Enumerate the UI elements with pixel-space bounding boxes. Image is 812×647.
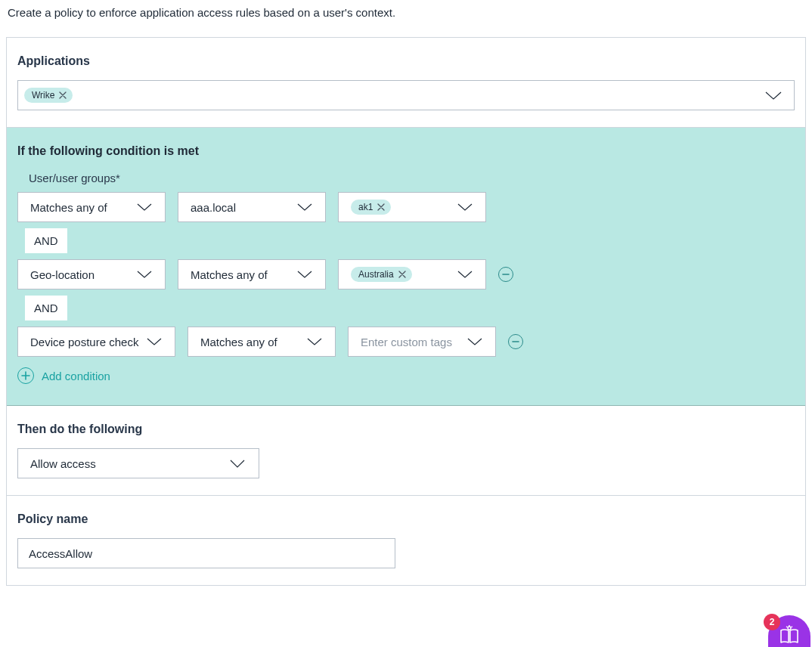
condition-operator-value: Matches any of xyxy=(200,336,277,348)
application-chip-label: Wrike xyxy=(32,90,54,101)
condition-operator-value: Matches any of xyxy=(191,268,268,281)
condition-field-select[interactable]: Geo-location xyxy=(17,259,166,289)
chevron-down-icon xyxy=(132,269,157,280)
action-header: Then do the following xyxy=(17,423,795,436)
svg-line-5 xyxy=(792,626,793,627)
policy-name-input[interactable] xyxy=(17,538,395,568)
add-condition-button[interactable]: Add condition xyxy=(17,367,795,384)
condition-value-select[interactable]: ak1 xyxy=(338,192,486,222)
condition-field-select[interactable]: Matches any of xyxy=(17,192,166,222)
action-section: Then do the following Allow access xyxy=(7,406,805,496)
condition-field-value: Device posture check xyxy=(30,336,138,348)
condition-domain-value: aaa.local xyxy=(191,201,236,214)
remove-chip-icon[interactable] xyxy=(398,271,406,278)
user-groups-label: User/user groups* xyxy=(29,172,795,184)
plus-icon xyxy=(17,367,34,384)
condition-value-select[interactable]: Enter custom tags xyxy=(348,327,496,357)
application-chip: Wrike xyxy=(24,88,73,103)
conditions-section: If the following condition is met User/u… xyxy=(7,128,805,406)
condition-value-placeholder: Enter custom tags xyxy=(361,336,452,348)
condition-field-select[interactable]: Device posture check xyxy=(17,327,175,357)
value-chip: ak1 xyxy=(351,200,391,215)
chevron-down-icon xyxy=(302,336,327,347)
condition-field-value: Geo-location xyxy=(30,268,95,281)
and-operator: AND xyxy=(25,296,67,320)
condition-field-value: Matches any of xyxy=(30,201,107,214)
svg-point-2 xyxy=(788,627,791,630)
action-value: Allow access xyxy=(30,457,96,470)
chevron-down-icon xyxy=(452,202,478,212)
chevron-down-icon[interactable] xyxy=(759,88,788,102)
remove-chip-icon[interactable] xyxy=(59,91,67,99)
condition-domain-select[interactable]: aaa.local xyxy=(178,192,326,222)
value-chip-label: ak1 xyxy=(358,202,373,212)
condition-operator-select[interactable]: Matches any of xyxy=(188,327,336,357)
notification-badge: 2 xyxy=(764,614,780,630)
conditions-header: If the following condition is met xyxy=(17,144,795,158)
remove-condition-button[interactable] xyxy=(498,267,513,282)
value-chip-label: Australia xyxy=(358,269,394,280)
applications-section: Applications Wrike xyxy=(7,38,805,128)
remove-condition-button[interactable] xyxy=(508,334,523,349)
policy-name-label: Policy name xyxy=(17,512,795,526)
chevron-down-icon xyxy=(452,269,478,280)
book-icon xyxy=(778,624,801,648)
chevron-down-icon xyxy=(224,457,251,469)
applications-label: Applications xyxy=(17,54,795,68)
chevron-down-icon xyxy=(462,336,488,347)
remove-chip-icon[interactable] xyxy=(377,203,385,211)
action-select[interactable]: Allow access xyxy=(17,448,259,478)
condition-row: Device posture check Matches any of xyxy=(17,327,795,357)
applications-select[interactable]: Wrike xyxy=(17,80,795,110)
condition-operator-select[interactable]: Matches any of xyxy=(178,259,326,289)
add-condition-label: Add condition xyxy=(42,370,110,382)
value-chip: Australia xyxy=(351,267,412,282)
and-operator: AND xyxy=(25,228,67,253)
chevron-down-icon xyxy=(292,269,318,280)
page-intro: Create a policy to enforce application a… xyxy=(0,0,812,37)
chevron-down-icon xyxy=(141,336,167,347)
chevron-down-icon xyxy=(132,202,157,212)
condition-row: Geo-location Matches any of xyxy=(17,259,795,289)
condition-row: Matches any of aaa.local xyxy=(17,192,795,222)
main-scroll[interactable]: Create a policy to enforce application a… xyxy=(0,0,812,647)
chevron-down-icon xyxy=(292,202,318,212)
policy-name-section: Policy name xyxy=(7,496,805,585)
svg-line-4 xyxy=(786,626,788,627)
policy-panel: Applications Wrike xyxy=(6,37,806,586)
condition-value-select[interactable]: Australia xyxy=(338,259,486,289)
